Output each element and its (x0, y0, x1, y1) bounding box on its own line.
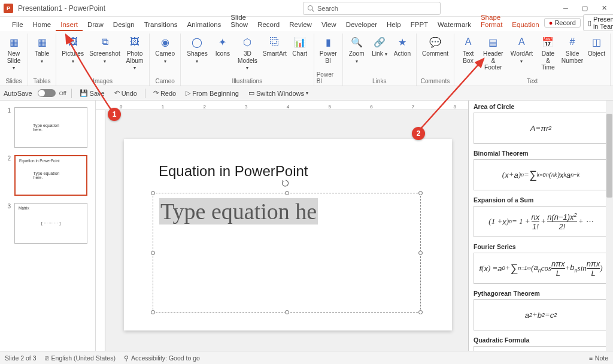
resize-handle[interactable] (418, 310, 423, 314)
accessibility-indicator[interactable]: ⚲Accessibility: Good to go (124, 354, 200, 362)
ribbon-chart-button[interactable]: 📊Chart (289, 34, 311, 78)
save-button[interactable]: 💾Save (77, 88, 108, 98)
slide-counter[interactable]: Slide 2 of 3 (5, 354, 37, 362)
resize-handle[interactable] (418, 191, 423, 195)
chevron-down-icon: ▾ (246, 65, 248, 71)
tab-draw[interactable]: Draw (83, 19, 108, 31)
equation-placeholder-text[interactable]: Type equation he (159, 198, 318, 225)
ribbon-date-time-button[interactable]: 📅Date &Time (536, 34, 559, 78)
equation-item-title: Expansion of a Sum (474, 196, 608, 204)
ribbon-text-box-button[interactable]: ATextBox (457, 34, 480, 78)
resize-handle[interactable] (151, 310, 155, 314)
tab-animations[interactable]: Animations (182, 19, 226, 31)
ribbon-item-label: NewSlide ▾ (5, 50, 22, 71)
tab-insert[interactable]: Insert (56, 19, 83, 31)
ribbon-header-footer-button[interactable]: ▤Header& Footer (480, 34, 506, 78)
slide-thumbnail[interactable]: Matrix[ ⋯ ⋯ ⋯ ] (14, 203, 87, 244)
slide-title-text[interactable]: Equation in PowerPoint (159, 163, 308, 180)
tab-slideshow[interactable]: Slide Show (226, 12, 253, 31)
slide-canvas[interactable]: Equation in PowerPoint Type equation he (124, 139, 452, 330)
screenshot-icon: ⧉ (98, 35, 111, 48)
ribbon-link-button[interactable]: 🔗Link ▾ (368, 34, 391, 78)
ribbon-group-label: Tables (34, 78, 51, 86)
ribbon-pictures-button[interactable]: 🖼Pictures ▾ (59, 34, 87, 78)
ribbon-shapes-button[interactable]: ◯Shapes ▾ (183, 34, 211, 78)
ribbon--d-models-button[interactable]: ⬡3DModels ▾ (234, 34, 261, 78)
ribbon-action-button[interactable]: ★Action (391, 34, 414, 78)
ruler-tick: 2 (203, 104, 205, 110)
tab-view[interactable]: View (317, 19, 341, 31)
ribbon-wordart-button[interactable]: AWordArt ▾ (506, 34, 536, 78)
search-box[interactable]: Search (303, 2, 441, 15)
notes-button[interactable]: ≡Note (589, 354, 608, 362)
tab-watermark[interactable]: Watermark (433, 19, 476, 31)
close-button[interactable]: ✕ (599, 3, 609, 14)
ribbon-cameo-button[interactable]: ◉Cameo ▾ (152, 34, 178, 78)
ruler-tick: 1 (162, 104, 164, 110)
ribbon-screenshot-button[interactable]: ⧉Screenshot ▾ (87, 34, 123, 78)
slide-thumbnail-pane[interactable]: 1Type equation here.2Equation in PowerPo… (0, 101, 96, 351)
tab-record[interactable]: Record (253, 19, 284, 31)
headerfooter-icon: ▤ (487, 35, 500, 48)
tab-fppt[interactable]: FPPT (406, 19, 433, 31)
resize-handle[interactable] (151, 191, 155, 195)
scrollbar[interactable] (606, 101, 613, 351)
resize-handle[interactable] (285, 310, 289, 314)
equation-item-preview[interactable]: x = −b ± √(b2 − 4ac)2a (474, 346, 608, 351)
redo-button[interactable]: ↷Redo (150, 88, 179, 98)
resize-handle[interactable] (418, 251, 423, 255)
language-indicator[interactable]: ⎚English (United States) (45, 354, 116, 362)
slide-thumbnail[interactable]: Type equation here. (14, 107, 87, 148)
tab-developer[interactable]: Developer (341, 19, 382, 31)
ribbon-slide-number-button[interactable]: #SlideNumber (560, 34, 585, 78)
ribbon-item-label: PowerBI (320, 50, 337, 64)
equation-gallery-pane[interactable]: Area of CircleA = πr2Binomial Theorem(x … (468, 101, 613, 351)
rotate-handle[interactable] (282, 180, 289, 187)
comment-icon: 💬 (429, 35, 442, 48)
switch-windows-button[interactable]: ▭Switch Windows▾ (245, 88, 311, 98)
equation-item-preview[interactable]: f(x) = a0 + ∑n=1∞ (an cos nπxL + bn sin … (474, 253, 608, 284)
ribbon-power-bi-button[interactable]: ▮PowerBI (317, 34, 340, 71)
record-button[interactable]: ●Record (544, 18, 581, 28)
ribbon-item-label: Screenshot ▾ (89, 50, 120, 64)
resize-handle[interactable] (151, 251, 155, 255)
ribbon-icons-button[interactable]: ✦Icons (211, 34, 234, 78)
ribbon-object-button[interactable]: ◫Object (585, 34, 608, 78)
undo-button[interactable]: ↶Undo (111, 88, 140, 98)
tab-help[interactable]: Help (382, 19, 406, 31)
slide-thumbnail[interactable]: Equation in PowerPointType equation here… (14, 155, 87, 196)
scrollbar-thumb[interactable] (606, 114, 612, 198)
minimize-button[interactable]: ─ (560, 3, 571, 14)
ribbon-photo-album-button[interactable]: 🖼PhotoAlbum ▾ (123, 34, 147, 78)
equation-item-preview[interactable]: A = πr2 (474, 113, 608, 144)
ribbon-table-button[interactable]: ▦Table ▾ (31, 34, 53, 78)
tab-design[interactable]: Design (108, 19, 139, 31)
ribbon-new-slide-button[interactable]: ▦NewSlide ▾ (2, 34, 25, 78)
tab-shape-format[interactable]: Shape Format (476, 12, 507, 31)
ribbon-comment-button[interactable]: 💬Comment (419, 34, 451, 78)
ribbon-group-comments: 💬CommentComments (417, 34, 454, 86)
windows-icon: ▭ (248, 89, 254, 97)
ribbon-group-tables: ▦Table ▾Tables (28, 34, 56, 86)
tab-file[interactable]: File (7, 19, 28, 31)
content-placeholder-box[interactable]: Type equation he (153, 193, 421, 313)
equation-item-preview[interactable]: (x + a)n = ∑k=0n (nk) xkan−k (474, 159, 608, 190)
present-in-teams-button[interactable]: ▯Present in Teams (583, 14, 613, 31)
svg-line-1 (312, 10, 314, 11)
from-beginning-button[interactable]: ▷From Beginning (183, 88, 242, 98)
equation-item-preview[interactable]: (1 + x)n = 1 + nx1! + n(n−1)x22! + ⋯ (474, 206, 608, 237)
resize-handle[interactable] (285, 191, 289, 195)
maximize-button[interactable]: ▢ (579, 3, 590, 14)
ribbon-smartart-button[interactable]: ⿻SmartArt (261, 34, 289, 78)
tab-review[interactable]: Review (284, 19, 317, 31)
tab-home[interactable]: Home (28, 19, 56, 31)
equation-item-preview[interactable]: a2 + b2 = c2 (474, 299, 608, 330)
ribbon-zoom-button[interactable]: 🔍Zoom ▾ (345, 34, 368, 78)
tab-transitions[interactable]: Transitions (139, 19, 183, 31)
zoom-icon: 🔍 (350, 35, 363, 48)
ribbon-tabs: File Home Insert Draw Design Transitions… (0, 17, 613, 31)
autosave-toggle[interactable] (38, 89, 56, 97)
tab-equation[interactable]: Equation (507, 19, 544, 31)
ribbon-item-label: Table ▾ (34, 50, 50, 64)
slide-editor-area[interactable]: 012345678 Equation in PowerPoint Type eq… (96, 101, 468, 351)
